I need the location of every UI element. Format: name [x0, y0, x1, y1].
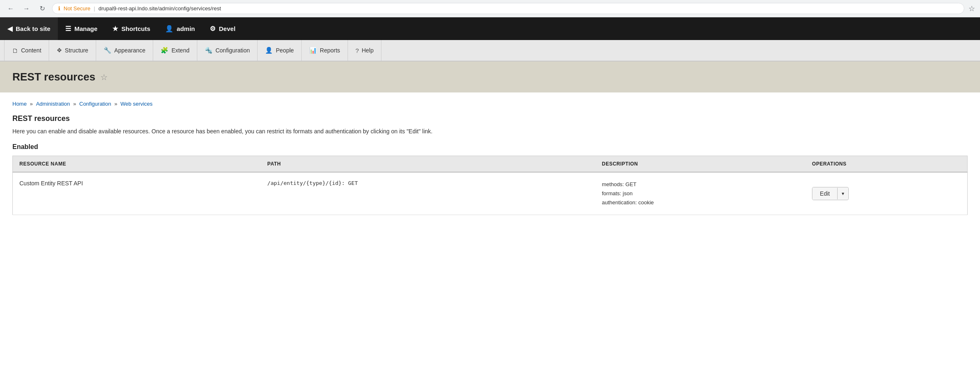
back-to-site-link[interactable]: ◀ Back to site: [0, 17, 58, 40]
gear-icon: ⚙: [210, 25, 215, 33]
resources-table: RESOURCE NAME PATH DESCRIPTION OPERATION…: [12, 156, 968, 215]
extend-icon: 🧩: [161, 47, 168, 54]
admin-link[interactable]: 👤 admin: [158, 17, 202, 40]
nav-reports-label: Reports: [320, 47, 340, 54]
enabled-heading: Enabled: [12, 143, 968, 151]
edit-button[interactable]: Edit: [812, 187, 837, 200]
structure-icon: ❖: [57, 47, 62, 54]
breadcrumb: Home » Administration » Configuration » …: [12, 101, 968, 107]
people-icon: 👤: [265, 47, 273, 54]
breadcrumb-home[interactable]: Home: [12, 101, 27, 107]
browser-chrome: ← → ↻ ℹ Not Secure | drupal9-rest-api.ln…: [0, 0, 980, 17]
address-bar[interactable]: ℹ Not Secure | drupal9-rest-api.lndo.sit…: [52, 3, 964, 14]
nav-structure-label: Structure: [65, 47, 88, 54]
manage-label: Manage: [74, 25, 97, 32]
nav-configuration-label: Configuration: [215, 47, 250, 54]
breadcrumb-administration[interactable]: Administration: [36, 101, 70, 107]
table-header: RESOURCE NAME PATH DESCRIPTION OPERATION…: [13, 156, 968, 173]
shortcuts-link[interactable]: ★ Shortcuts: [105, 17, 158, 40]
content-icon: 🗋: [12, 47, 18, 54]
resource-name-cell: Custom Entity REST API: [13, 172, 261, 215]
menu-icon: ☰: [65, 25, 71, 33]
security-label: Not Secure: [64, 5, 90, 12]
edit-button-group: Edit ▾: [812, 187, 849, 200]
nav-people[interactable]: 👤 People: [258, 40, 302, 61]
breadcrumb-sep-3: »: [114, 101, 119, 107]
main-content: Home » Administration » Configuration » …: [0, 92, 980, 223]
breadcrumb-sep-2: »: [73, 101, 78, 107]
table-row: Custom Entity REST API /api/entity/{type…: [13, 172, 968, 215]
page-header: REST resources ☆: [0, 62, 980, 92]
breadcrumb-sep-1: »: [30, 101, 34, 107]
nav-appearance-label: Appearance: [114, 47, 146, 54]
back-to-site-label: Back to site: [16, 25, 50, 32]
desc-line-3: authentication: cookie: [602, 199, 654, 206]
nav-people-label: People: [276, 47, 294, 54]
nav-reports[interactable]: 📊 Reports: [302, 40, 348, 61]
col-resource-name: RESOURCE NAME: [13, 156, 261, 173]
nav-help[interactable]: ? Help: [348, 40, 381, 61]
table-body: Custom Entity REST API /api/entity/{type…: [13, 172, 968, 215]
page-title: REST resources: [12, 71, 95, 83]
nav-structure[interactable]: ❖ Structure: [49, 40, 96, 61]
description-text: Here you can enable and disable availabl…: [12, 127, 968, 136]
nav-content[interactable]: 🗋 Content: [4, 40, 49, 61]
admin-toolbar: ◀ Back to site ☰ Manage ★ Shortcuts 👤 ad…: [0, 17, 980, 40]
col-operations: OPERATIONS: [805, 156, 967, 173]
breadcrumb-web-services[interactable]: Web services: [121, 101, 153, 107]
star-icon: ★: [112, 25, 118, 33]
security-icon: ℹ: [58, 5, 60, 12]
reports-icon: 📊: [309, 47, 317, 54]
nav-content-label: Content: [21, 47, 41, 54]
desc-line-2: formats: json: [602, 190, 632, 196]
nav-configuration[interactable]: 🔩 Configuration: [197, 40, 258, 61]
separator: |: [94, 5, 95, 12]
back-arrow-icon: ◀: [7, 25, 12, 33]
forward-button[interactable]: →: [21, 3, 32, 14]
desc-line-1: methods: GET: [602, 181, 637, 187]
bookmark-icon[interactable]: ☆: [968, 4, 975, 13]
col-description: DESCRIPTION: [595, 156, 805, 173]
favorite-icon[interactable]: ☆: [100, 72, 108, 82]
url-text: drupal9-rest-api.lndo.site/admin/config/…: [98, 5, 221, 12]
nav-extend-label: Extend: [171, 47, 189, 54]
back-button[interactable]: ←: [5, 3, 17, 14]
nav-appearance[interactable]: 🔧 Appearance: [96, 40, 154, 61]
operations-cell: Edit ▾: [805, 172, 967, 215]
edit-dropdown-button[interactable]: ▾: [837, 188, 848, 199]
devel-label: Devel: [219, 25, 235, 32]
nav-extend[interactable]: 🧩 Extend: [153, 40, 197, 61]
user-icon: 👤: [165, 25, 173, 33]
path-cell: /api/entity/{type}/{id}: GET: [261, 172, 595, 215]
col-path: PATH: [261, 156, 595, 173]
nav-help-label: Help: [362, 47, 374, 54]
section-heading: REST resources: [12, 114, 968, 123]
devel-link[interactable]: ⚙ Devel: [202, 17, 243, 40]
reload-button[interactable]: ↻: [36, 3, 48, 14]
shortcuts-label: Shortcuts: [121, 25, 150, 32]
appearance-icon: 🔧: [104, 47, 111, 54]
breadcrumb-configuration[interactable]: Configuration: [79, 101, 111, 107]
configuration-icon: 🔩: [205, 47, 213, 54]
nav-menu: 🗋 Content ❖ Structure 🔧 Appearance 🧩 Ext…: [0, 40, 980, 62]
admin-label: admin: [177, 25, 195, 32]
description-cell: methods: GET formats: json authenticatio…: [595, 172, 805, 215]
manage-link[interactable]: ☰ Manage: [58, 17, 105, 40]
help-icon: ?: [355, 47, 359, 54]
